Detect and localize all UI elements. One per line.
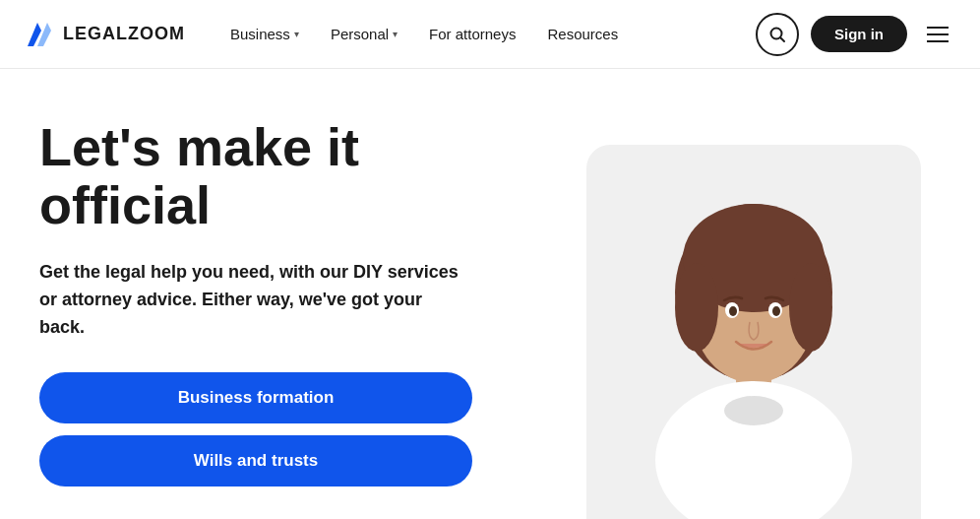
logo-icon bbox=[24, 19, 55, 50]
hero-image-area bbox=[557, 69, 980, 519]
navbar: LEGALZOOM Business ▾ Personal ▾ For atto… bbox=[0, 0, 980, 69]
hero-content: Let's make it official Get the legal hel… bbox=[0, 69, 512, 519]
signin-button[interactable]: Sign in bbox=[811, 16, 907, 52]
hamburger-line bbox=[927, 33, 949, 35]
search-button[interactable] bbox=[756, 13, 799, 56]
hamburger-menu-button[interactable] bbox=[919, 19, 956, 50]
search-icon bbox=[768, 26, 786, 43]
hero-subtitle: Get the legal help you need, with our DI… bbox=[39, 259, 472, 342]
svg-marker-1 bbox=[37, 23, 51, 46]
svg-point-15 bbox=[772, 306, 780, 316]
wills-and-trusts-button[interactable]: Wills and trusts bbox=[39, 435, 472, 487]
hero-section: Let's make it official Get the legal hel… bbox=[0, 69, 980, 519]
nav-personal[interactable]: Personal ▾ bbox=[317, 18, 411, 50]
person-illustration bbox=[586, 184, 921, 519]
logo-link[interactable]: LEGALZOOM bbox=[24, 19, 185, 50]
svg-line-3 bbox=[781, 37, 785, 41]
hero-title: Let's make it official bbox=[39, 118, 472, 235]
hamburger-line bbox=[927, 27, 949, 29]
svg-point-11 bbox=[724, 396, 783, 425]
svg-point-7 bbox=[675, 263, 718, 352]
business-formation-button[interactable]: Business formation bbox=[39, 372, 472, 423]
svg-point-14 bbox=[729, 306, 737, 316]
hero-buttons: Business formation Wills and trusts bbox=[39, 372, 472, 487]
hero-person-card bbox=[586, 145, 921, 519]
nav-links: Business ▾ Personal ▾ For attorneys Reso… bbox=[216, 18, 756, 50]
nav-for-attorneys[interactable]: For attorneys bbox=[415, 18, 529, 50]
chevron-down-icon: ▾ bbox=[393, 29, 398, 39]
nav-business[interactable]: Business ▾ bbox=[216, 18, 313, 50]
hamburger-line bbox=[927, 40, 949, 42]
nav-resources[interactable]: Resources bbox=[533, 18, 632, 50]
svg-point-8 bbox=[789, 263, 832, 352]
person-svg bbox=[616, 184, 891, 519]
logo-text: LEGALZOOM bbox=[63, 24, 185, 44]
chevron-down-icon: ▾ bbox=[294, 29, 299, 39]
nav-actions: Sign in bbox=[756, 13, 956, 56]
